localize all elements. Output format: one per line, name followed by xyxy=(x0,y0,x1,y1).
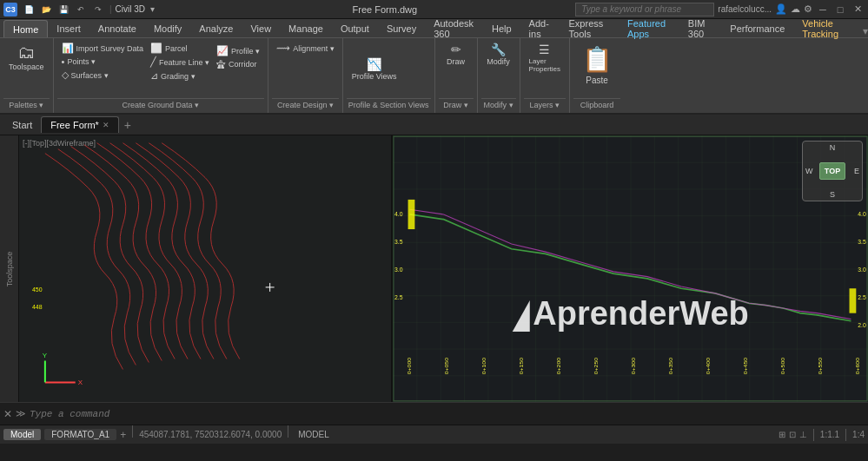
tab-annotate[interactable]: Annotate xyxy=(89,20,145,37)
tab-performance[interactable]: Performance xyxy=(721,20,793,37)
navigation-cube[interactable]: N S E W TOP xyxy=(802,141,863,201)
grading-icon: ⊿ xyxy=(150,70,158,82)
ribbon-group-palettes: 🗂 Toolspace Palettes ▾ xyxy=(0,38,54,113)
svg-text:0+400: 0+400 xyxy=(706,358,711,375)
tab-start[interactable]: Start xyxy=(3,117,41,133)
svg-text:X: X xyxy=(78,379,83,386)
scale-left: 1:1.1 xyxy=(820,430,839,439)
svg-text:0+500: 0+500 xyxy=(780,358,785,375)
dropdown-arrow[interactable]: ▾ xyxy=(150,4,155,14)
corridor-btn[interactable]: 🛣 Corridor xyxy=(214,58,262,70)
svg-text:0+250: 0+250 xyxy=(593,358,599,375)
draw-btn[interactable]: ✏ Draw xyxy=(441,42,472,68)
ribbon-group-draw: ✏ Draw Draw ▾ xyxy=(435,38,478,113)
ribbon-overflow[interactable]: ▾ xyxy=(863,25,868,37)
grading-btn[interactable]: ⊿ Grading ▾ xyxy=(148,69,212,82)
svg-text:0+100: 0+100 xyxy=(481,358,487,375)
svg-text:448: 448 xyxy=(32,304,43,310)
profile-grid-svg: 4.0 3.5 3.0 2.5 2.0 4.0 3.5 3.0 2.5 0+00… xyxy=(393,135,868,402)
qa-open[interactable]: 📂 xyxy=(38,3,54,16)
ribbon-group-profile-section: 📉 Profile Views Profile & Section Views xyxy=(343,38,435,113)
new-tab-button[interactable]: + xyxy=(119,116,136,134)
create-design-label: Create Design ▾ xyxy=(272,98,339,111)
close-button[interactable]: ✕ xyxy=(851,3,865,16)
clipboard-label: Clipboard xyxy=(573,98,620,111)
model-tab[interactable]: Model xyxy=(3,429,41,440)
tab-close-icon[interactable]: ✕ xyxy=(103,121,109,129)
tab-free-form[interactable]: Free Form* ✕ xyxy=(41,116,119,133)
navcube-top-face[interactable]: TOP xyxy=(819,162,845,180)
tab-manage[interactable]: Manage xyxy=(280,20,332,37)
surfaces-btn[interactable]: ◇ Surfaces ▾ xyxy=(59,69,147,82)
restore-button[interactable]: □ xyxy=(833,3,847,16)
svg-text:0+200: 0+200 xyxy=(556,358,561,375)
layer-icon: ☰ xyxy=(539,43,550,56)
tab-express-tools[interactable]: Express Tools xyxy=(560,20,620,37)
points-btn[interactable]: • Points ▾ xyxy=(59,56,147,68)
modify-btn[interactable]: 🔧 Modify xyxy=(483,42,514,68)
feature-line-btn[interactable]: ╱ Feature Line ▾ xyxy=(148,56,212,69)
app-icon: C3 xyxy=(3,3,17,16)
tab-analyze[interactable]: Analyze xyxy=(190,20,242,37)
qa-new[interactable]: 📄 xyxy=(21,3,36,16)
svg-text:0+300: 0+300 xyxy=(631,358,636,375)
qa-undo[interactable]: ↶ xyxy=(73,3,89,16)
tab-insert[interactable]: Insert xyxy=(48,20,89,37)
tab-addins[interactable]: Add-ins xyxy=(520,20,560,37)
search-input[interactable] xyxy=(575,3,714,16)
profile-section-btn[interactable]: 📉 Profile Views xyxy=(348,56,401,82)
import-survey-icon: 📊 xyxy=(62,43,74,54)
tab-autodesk360[interactable]: Autodesk 360 xyxy=(425,20,483,37)
paste-btn[interactable]: 📋 Paste xyxy=(575,42,619,89)
tab-featured-apps[interactable]: Featured Apps xyxy=(619,20,679,37)
command-line: ✕ ≫ xyxy=(0,402,868,425)
tab-modify[interactable]: Modify xyxy=(145,20,190,37)
profile-icon: 📈 xyxy=(216,45,229,56)
command-input[interactable] xyxy=(30,409,865,419)
import-survey-btn[interactable]: 📊 Import Survey Data xyxy=(59,42,147,55)
svg-rect-9 xyxy=(394,136,867,401)
toolspace-label: Toolspace xyxy=(9,63,44,71)
navcube-face[interactable]: N S E W TOP xyxy=(802,141,863,201)
watermark: AprenderWeb xyxy=(512,295,748,333)
tab-view[interactable]: View xyxy=(242,20,280,37)
qa-redo[interactable]: ↷ xyxy=(90,3,106,16)
tab-help[interactable]: Help xyxy=(483,20,520,37)
svg-text:0+000: 0+000 xyxy=(407,358,412,375)
ribbon-group-create-design: ⟿ Alignment ▾ Create Design ▾ xyxy=(268,38,343,113)
draw-icon: ✏ xyxy=(451,43,461,56)
minimize-button[interactable]: ─ xyxy=(816,3,830,16)
model-status[interactable]: MODEL xyxy=(295,429,333,440)
viewports[interactable]: [-][Top][3dWireframe] 450 448 xyxy=(19,135,868,402)
toolspace-icon: 🗂 xyxy=(17,43,35,61)
alignment-btn[interactable]: ⟿ Alignment ▾ xyxy=(274,42,337,55)
alignment-icon: ⟿ xyxy=(276,43,290,54)
toolspace-button[interactable]: 🗂 Toolspace xyxy=(5,42,48,73)
toolspace-sidebar: Toolspace xyxy=(0,135,19,402)
profile-section-label: Profile & Section Views xyxy=(347,98,431,111)
draw-label: Draw ▾ xyxy=(439,98,474,111)
viewport-right[interactable]: 4.0 3.5 3.0 2.5 2.0 4.0 3.5 3.0 2.5 0+00… xyxy=(393,135,868,402)
tab-output[interactable]: Output xyxy=(332,20,378,37)
tab-survey[interactable]: Survey xyxy=(378,20,425,37)
scale-right: 1:4 xyxy=(852,430,865,439)
new-layout-button[interactable]: + xyxy=(120,429,126,441)
tab-home[interactable]: Home xyxy=(3,20,48,37)
profile-btn[interactable]: 📈 Profile ▾ xyxy=(214,44,262,57)
settings-icon[interactable]: ⚙ xyxy=(804,3,812,15)
civil3d-label: Civil 3D xyxy=(116,4,145,14)
qa-save[interactable]: 💾 xyxy=(56,3,71,16)
tab-vehicle-tracking[interactable]: Vehicle Tracking xyxy=(793,20,859,37)
viewport-left[interactable]: [-][Top][3dWireframe] 450 448 xyxy=(19,135,393,402)
layer-properties-btn[interactable]: ☰ LayerProperties xyxy=(526,42,564,75)
workspace: Toolspace [-][Top][3dWireframe] xyxy=(0,135,868,402)
tab-bim360[interactable]: BIM 360 xyxy=(679,20,722,37)
user-name: rafaelcolucc... xyxy=(718,4,772,14)
svg-text:3.0: 3.0 xyxy=(858,265,865,273)
quick-access-toolbar: 📄 📂 💾 ↶ ↷ | Civil 3D ▾ xyxy=(21,3,155,16)
layout-tab[interactable]: FORMATO_A1 xyxy=(44,429,116,440)
command-close-btn[interactable]: ✕ xyxy=(3,408,12,420)
paste-icon: 📋 xyxy=(582,45,613,74)
svg-text:4.0: 4.0 xyxy=(394,210,402,219)
parcel-btn[interactable]: ⬜ Parcel xyxy=(148,42,212,55)
